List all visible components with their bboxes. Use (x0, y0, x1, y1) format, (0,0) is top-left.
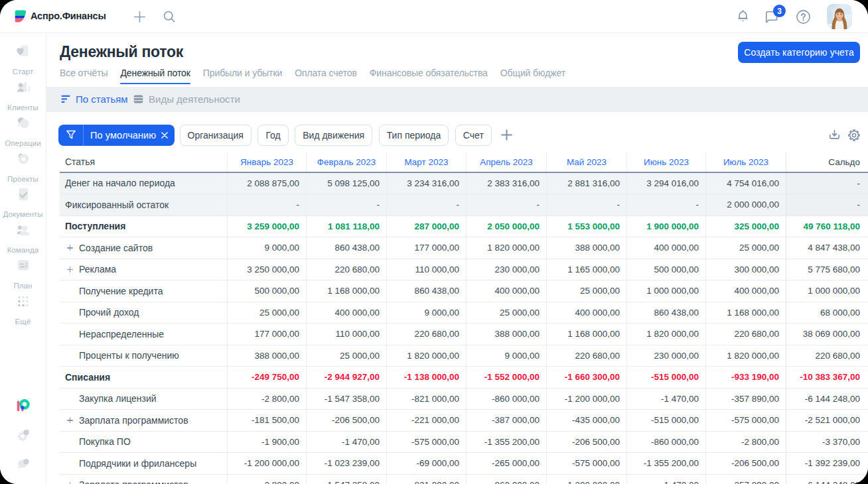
column-header-month[interactable]: Январь 2023 (227, 152, 306, 172)
cell: 1 168 000,00 (306, 280, 386, 302)
cell: 110 000,00 (306, 324, 386, 345)
row-label[interactable]: Покупка ПО (60, 432, 227, 453)
clients-icon (0, 79, 46, 95)
row-label[interactable]: Нераспределенные (60, 324, 227, 345)
tab-5[interactable]: Финансовые обязательства (370, 68, 488, 84)
filter-chip-3[interactable]: Вид движения (295, 125, 372, 146)
tab-4[interactable]: Оплата счетов (295, 68, 357, 84)
cell: 3 294 016,00 (626, 173, 705, 194)
aspro-logo-mark-icon[interactable] (0, 397, 46, 413)
table-row: Покупка ПО-1 900,00-1 470,00-575 000,00-… (60, 432, 868, 454)
table-row: Закупка лицензий-2 800,00-1 547 358,00-8… (60, 389, 868, 410)
cell: -10 383 367,00 (786, 367, 868, 388)
row-label[interactable]: Реклама (60, 259, 227, 280)
sidebar-item-5[interactable]: Документы (0, 186, 46, 219)
support-chat-skeleton-icon[interactable] (0, 457, 46, 473)
cell: 500 000,00 (227, 280, 306, 302)
view-tab-by-articles[interactable]: По статьям (61, 87, 128, 112)
cell: 25 000,00 (705, 237, 786, 259)
avatar[interactable] (827, 4, 852, 29)
row-label[interactable]: Создание сайтов (60, 237, 227, 259)
column-header[interactable]: Сальдо (786, 152, 868, 172)
sidebar-item-1[interactable]: Старт (0, 44, 46, 76)
column-header[interactable]: Статья (60, 152, 227, 172)
filter-chip-2[interactable]: Год (257, 125, 288, 146)
column-header-month[interactable]: Июнь 2023 (626, 152, 705, 172)
row-label[interactable]: Получение кредита (60, 280, 227, 302)
sidebar-item-8[interactable]: Ещё (0, 293, 46, 326)
cell: 1 000 000,00 (626, 280, 705, 302)
column-header-month[interactable]: Июль 2023 (705, 152, 786, 172)
table-row: Нераспределенные177 000,00110 000,00220 … (60, 324, 868, 345)
sidebar-item-3[interactable]: Операции (0, 115, 46, 147)
download-icon[interactable] (829, 129, 840, 141)
row-label[interactable]: Прочий доход (60, 302, 227, 324)
cell: - (227, 194, 306, 215)
cell: 400 000,00 (466, 280, 546, 302)
create-category-button[interactable]: Создать категорию учета (738, 42, 860, 63)
sidebar: Старт Клиенты Операции Проекты Документы… (0, 33, 46, 484)
cell: 325 000,00 (705, 216, 786, 237)
column-header-month[interactable]: Март 2023 (386, 152, 466, 172)
applied-filter-pill[interactable]: По умолчанию (58, 125, 175, 146)
row-label[interactable]: Фиксированный остаток (60, 194, 227, 215)
cell: -1 552 000,00 (466, 367, 546, 388)
help-icon[interactable] (796, 9, 811, 25)
expand-plus-icon[interactable] (67, 245, 73, 251)
table-row: Прочий доход25 000,00400 000,009 000,002… (60, 302, 868, 324)
expand-plus-icon[interactable] (67, 417, 73, 423)
settings-skeleton-icon[interactable] (0, 428, 46, 444)
add-icon[interactable] (133, 10, 147, 24)
start-icon (0, 44, 46, 60)
add-filter-icon[interactable] (501, 129, 512, 141)
cell: -2 800,00 (705, 432, 786, 453)
column-header-month[interactable]: Апрель 2023 (466, 152, 546, 172)
cell: -2 521 000,00 (786, 410, 868, 431)
row-label[interactable]: Подрядчики и фрилансеры (60, 453, 227, 474)
cell: 177 000,00 (386, 237, 466, 259)
bell-icon[interactable] (735, 9, 751, 24)
remove-filter-icon[interactable] (161, 132, 175, 139)
row-label[interactable]: Поступления (60, 216, 227, 237)
row-label[interactable]: Денег на начало периода (60, 173, 227, 194)
sidebar-item-label: Ещё (0, 318, 46, 326)
search-icon[interactable] (163, 10, 176, 23)
expand-plus-icon[interactable] (67, 267, 73, 272)
cell: -206 500,00 (306, 410, 386, 431)
tab-2[interactable]: Денежный поток (120, 68, 190, 84)
row-label[interactable]: Зарплата программистов (60, 475, 227, 484)
gear-icon[interactable] (848, 129, 860, 141)
tab-1[interactable]: Все отчёты (60, 68, 108, 84)
filter-chip-1[interactable]: Организация (180, 125, 252, 146)
row-label[interactable]: Списания (60, 367, 227, 388)
sidebar-item-label: Старт (0, 68, 46, 76)
cell: -860 000,00 (466, 389, 546, 410)
cell: 400 000,00 (306, 302, 386, 324)
cell: 2 881 316,00 (546, 173, 626, 194)
tab-6[interactable]: Общий бюджет (500, 68, 565, 84)
table-row: Проценты к получению388 000,0025 000,001… (60, 345, 868, 367)
sidebar-item-7[interactable]: План (0, 257, 46, 290)
row-label[interactable]: Закупка лицензий (60, 389, 227, 410)
row-label[interactable]: Зарплата программистов (60, 410, 227, 431)
row-label[interactable]: Проценты к получению (60, 345, 227, 367)
filter-chip-4[interactable]: Тип периода (379, 125, 449, 146)
cell: - (786, 194, 868, 215)
tab-3[interactable]: Прибыли и убытки (203, 68, 282, 84)
column-header-month[interactable]: Май 2023 (546, 152, 626, 172)
sidebar-item-4[interactable]: Проекты (0, 151, 46, 183)
table-row: Зарплата программистов-181 500,00-206 50… (60, 410, 868, 432)
applied-filter-label: По умолчанию (84, 130, 161, 141)
table-row: Фиксированный остаток------2 000 000,00- (60, 194, 868, 216)
view-tab-activity-kinds[interactable]: Виды деятельности (133, 87, 240, 112)
sidebar-item-6[interactable]: Команда (0, 222, 46, 255)
team-icon (0, 222, 46, 238)
table-row: Списания-249 750,00-2 944 927,00-1 138 0… (60, 367, 868, 389)
cell: 25 000,00 (546, 280, 626, 302)
sidebar-item-label: Операции (0, 139, 46, 147)
column-header-month[interactable]: Февраль 2023 (306, 152, 386, 172)
cell: -69 000,00 (386, 453, 466, 474)
filter-chip-5[interactable]: Счет (455, 125, 492, 146)
sidebar-item-2[interactable]: Клиенты (0, 79, 46, 111)
cell: 388 000,00 (227, 345, 306, 367)
